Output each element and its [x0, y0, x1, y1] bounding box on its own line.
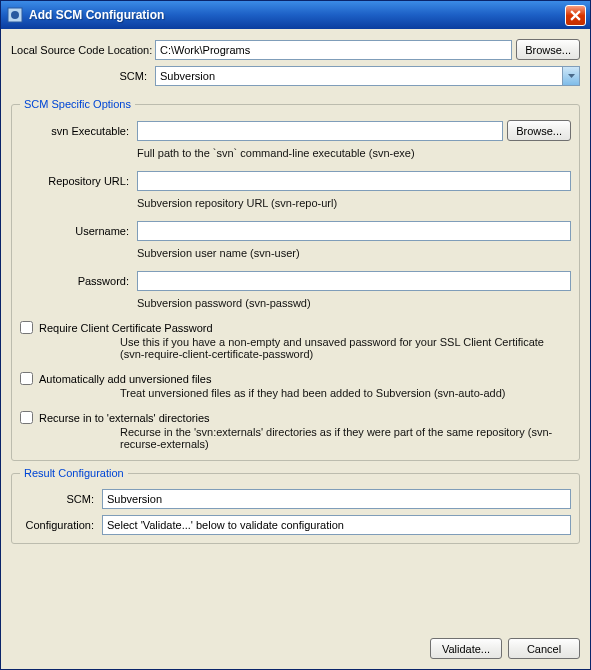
recurse-hint: Recurse in the 'svn:externals' directori…: [120, 426, 571, 450]
auto-add-hint: Treat unversioned files as if they had b…: [120, 387, 571, 399]
result-legend: Result Configuration: [20, 467, 128, 479]
location-input[interactable]: [155, 40, 512, 60]
validate-button[interactable]: Validate...: [430, 638, 502, 659]
scm-select-value: Subversion: [156, 70, 562, 82]
username-label: Username:: [20, 225, 133, 237]
row-recurse: Recurse in to 'externals' directories: [20, 411, 571, 424]
scm-specific-legend: SCM Specific Options: [20, 98, 135, 110]
chevron-down-icon: [562, 67, 579, 85]
row-require-cert: Require Client Certificate Password: [20, 321, 571, 334]
cancel-button[interactable]: Cancel: [508, 638, 580, 659]
svn-exe-input[interactable]: [137, 121, 503, 141]
recurse-label[interactable]: Recurse in to 'externals' directories: [39, 412, 210, 424]
row-auto-add: Automatically add unversioned files: [20, 372, 571, 385]
dialog-window: Add SCM Configuration Local Source Code …: [0, 0, 591, 670]
row-result-scm: SCM:: [20, 489, 571, 509]
require-cert-hint: Use this if you have a non-empty and uns…: [120, 336, 571, 360]
browse-location-button[interactable]: Browse...: [516, 39, 580, 60]
repo-url-label: Repository URL:: [20, 175, 133, 187]
row-scm: SCM: Subversion: [11, 66, 580, 86]
svn-exe-hint: Full path to the `svn` command-line exec…: [137, 147, 571, 159]
username-input[interactable]: [137, 221, 571, 241]
recurse-checkbox[interactable]: [20, 411, 33, 424]
button-bar: Validate... Cancel: [11, 628, 580, 659]
password-label: Password:: [20, 275, 133, 287]
svn-exe-label: svn Executable:: [20, 125, 133, 137]
row-username: Username:: [20, 221, 571, 241]
repo-url-hint: Subversion repository URL (svn-repo-url): [137, 197, 571, 209]
close-button[interactable]: [565, 5, 586, 26]
location-label: Local Source Code Location:: [11, 44, 151, 56]
window-title: Add SCM Configuration: [29, 8, 565, 22]
titlebar: Add SCM Configuration: [1, 1, 590, 29]
scm-specific-fieldset: SCM Specific Options svn Executable: Bro…: [11, 98, 580, 461]
row-svn-exe: svn Executable: Browse...: [20, 120, 571, 141]
row-repo-url: Repository URL:: [20, 171, 571, 191]
app-icon: [7, 7, 23, 23]
result-scm-field: [102, 489, 571, 509]
scm-select[interactable]: Subversion: [155, 66, 580, 86]
svg-point-1: [11, 11, 19, 19]
scm-label: SCM:: [11, 70, 151, 82]
require-cert-label[interactable]: Require Client Certificate Password: [39, 322, 213, 334]
auto-add-checkbox[interactable]: [20, 372, 33, 385]
username-hint: Subversion user name (svn-user): [137, 247, 571, 259]
result-config-field: [102, 515, 571, 535]
row-password: Password:: [20, 271, 571, 291]
dialog-content: Local Source Code Location: Browse... SC…: [1, 29, 590, 669]
row-result-config: Configuration:: [20, 515, 571, 535]
result-fieldset: Result Configuration SCM: Configuration:: [11, 467, 580, 544]
require-cert-checkbox[interactable]: [20, 321, 33, 334]
browse-svn-exe-button[interactable]: Browse...: [507, 120, 571, 141]
result-config-label: Configuration:: [20, 519, 98, 531]
row-location: Local Source Code Location: Browse...: [11, 39, 580, 60]
result-scm-label: SCM:: [20, 493, 98, 505]
password-hint: Subversion password (svn-passwd): [137, 297, 571, 309]
auto-add-label[interactable]: Automatically add unversioned files: [39, 373, 211, 385]
password-input[interactable]: [137, 271, 571, 291]
repo-url-input[interactable]: [137, 171, 571, 191]
